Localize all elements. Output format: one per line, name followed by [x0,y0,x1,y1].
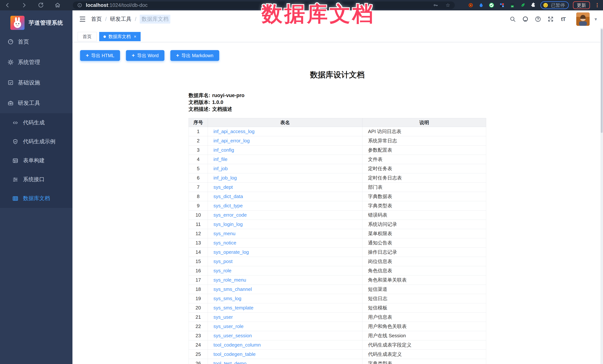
table-name-link[interactable]: sys_post [213,259,232,264]
breadcrumb-item-1[interactable]: 研发工具 [110,15,131,23]
sidebar-submenu: 代码生成代码生成示例表单构建系统接口数据库文档 [0,113,72,208]
table-name-link[interactable]: sys_notice [213,240,236,246]
table-name-cell: tool_codegen_column [208,341,362,350]
sidebar-item-sub-0[interactable]: 代码生成 [0,113,72,132]
sidebar-item-2[interactable]: 基础设施 [0,72,72,93]
table-name-link[interactable]: sys_menu [213,231,236,236]
table-name-link[interactable]: sys_user_role [213,323,244,329]
table-name-link[interactable]: sys_sms_template [213,305,253,310]
smiley-profile-icon [543,2,549,8]
table-row: 1inf_api_access_logAPI 访问日志表 [189,127,486,136]
sidebar-item-3[interactable]: 研发工具 [0,93,72,113]
address-bar[interactable]: localhost:1024/tool/db-doc ☆ [73,1,455,9]
table-name-link[interactable]: sys_role_menu [213,277,246,283]
ext-on-badge-icon[interactable]: on [509,2,515,8]
ext-puzzle-icon[interactable] [530,2,536,8]
profile-paused-chip[interactable]: 已暂停 [540,1,569,9]
window-scrollbar[interactable] [600,28,603,364]
sidebar-item-sub-4[interactable]: 数据库文档 [0,189,72,208]
table-row: 15sys_post岗位信息表 [189,257,486,266]
table-desc-cell: 字典类型表 [362,359,486,364]
sidebar-item-label: 代码生成 [23,119,68,126]
table-name-link[interactable]: sys_dict_data [213,194,243,199]
ext-orange-icon[interactable] [468,2,474,8]
back-icon[interactable] [4,2,11,9]
ext-green-leaf-icon[interactable] [520,2,526,8]
row-index-cell: 9 [189,201,208,210]
table-row: 8sys_dict_data字典数据表 [189,192,486,201]
sidebar-menu: 首页系统管理基础设施研发工具代码生成代码生成示例表单构建系统接口数据库文档 [0,32,72,208]
table-name-link[interactable]: tool_test_demo [213,361,246,364]
table-name-link[interactable]: sys_user [213,314,233,320]
export-button-0[interactable]: +导出 HTML [80,50,120,61]
font-size-icon[interactable]: tT [557,11,569,28]
table-name-link[interactable]: sys_error_code [213,212,247,218]
table-name-link[interactable]: sys_sms_channel [213,287,252,292]
table-name-link[interactable]: sys_sms_log [213,296,241,301]
breadcrumb-separator: / [105,16,107,22]
bookmark-star-icon[interactable]: ☆ [445,2,451,8]
table-name-link[interactable]: sys_login_log [213,221,243,227]
collapse-sidebar-icon[interactable] [79,15,86,23]
row-index-cell: 18 [189,285,208,294]
screen: localhost:1024/tool/db-doc ☆ on 已暂停 更新 芋… [0,0,603,364]
browser-menu-icon[interactable] [594,2,600,8]
sidebar-item-1[interactable]: 系统管理 [0,52,72,72]
table-name-link[interactable]: sys_dept [213,184,233,190]
user-avatar[interactable] [576,12,590,26]
table-name-link[interactable]: inf_config [213,147,234,153]
table-name-link[interactable]: sys_dict_type [213,203,243,209]
table-row: 6inf_job_log定时任务日志表 [189,173,486,183]
table-name-cell: sys_notice [208,238,362,248]
table-name-link[interactable]: sys_user_session [213,333,252,338]
forward-icon[interactable] [21,2,27,9]
export-button-label: 导出 Markdown [181,53,213,59]
export-button-2[interactable]: +导出 Markdown [170,50,219,61]
scrollbar-thumb[interactable] [601,29,603,133]
site-info-icon[interactable] [77,2,82,8]
ext-grid-icon[interactable] [499,2,505,8]
sidebar-item-sub-2[interactable]: 表单构建 [0,151,72,170]
tab-0[interactable]: 首页 [78,32,97,41]
table-desc-cell: 错误码表 [362,210,486,220]
search-icon[interactable] [506,11,519,28]
navbar-actions: tT ▾ [506,11,603,28]
table-name-link[interactable]: inf_job_log [213,175,237,181]
table-row: 13sys_notice通知公告表 [189,238,486,248]
table-desc-cell: 岗位信息表 [362,257,486,266]
export-button-1[interactable]: +导出 Word [126,50,164,61]
table-name-link[interactable]: tool_codegen_table [213,351,256,357]
help-icon[interactable] [532,11,544,28]
table-name-link[interactable]: inf_api_error_log [213,138,250,143]
table-name-link[interactable]: sys_role [213,268,232,273]
ext-green-check-icon[interactable] [488,2,495,8]
table-desc-cell: 文件表 [362,155,486,164]
table-desc-cell: 参数配置表 [362,145,486,155]
home-icon[interactable] [54,2,61,9]
ext-blue-drop-icon[interactable] [478,2,484,8]
table-desc-cell: 短信模板 [362,303,486,313]
browser-update-button[interactable]: 更新 [573,1,590,9]
table-name-link[interactable]: sys_operate_log [213,249,249,255]
breadcrumb-item-0[interactable]: 首页 [91,15,102,23]
avatar-caret-down-icon[interactable]: ▾ [591,11,600,28]
table-name-cell: sys_sms_channel [208,285,362,294]
table-name-link[interactable]: inf_file [213,156,227,162]
sidebar-item-sub-1[interactable]: 代码生成示例 [0,132,72,151]
doc-meta: 数据库名:ruoyi-vue-pro文档版本:1.0.0文档描述:文档描述 [188,92,244,113]
tab-close-icon[interactable]: × [134,34,136,39]
sidebar-item-sub-3[interactable]: 系统接口 [0,170,72,189]
fullscreen-icon[interactable] [544,11,557,28]
sidebar-item-0[interactable]: 首页 [0,32,72,52]
password-key-icon[interactable] [433,2,438,8]
table-name-link[interactable]: inf_api_access_log [213,129,255,134]
github-icon[interactable] [519,11,532,28]
reload-icon[interactable] [37,2,44,9]
tab-1[interactable]: 数据库文档× [99,32,141,41]
table-name-link[interactable]: tool_codegen_column [213,342,261,348]
table-name-cell: sys_user_role [208,322,362,331]
table-name-link[interactable]: inf_job [213,166,228,171]
table-desc-cell: 角色信息表 [362,266,486,276]
table-desc-cell: 部门表 [362,183,486,192]
table-desc-cell: 用户信息表 [362,313,486,322]
